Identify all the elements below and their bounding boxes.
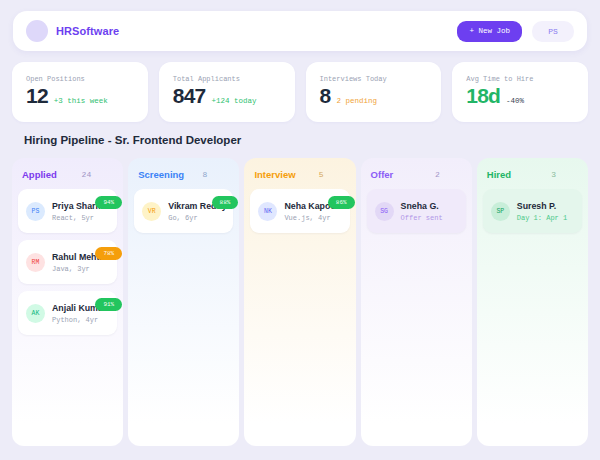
column-header: Hired 3	[477, 158, 588, 189]
candidate-info: Sneha G. Offer sent	[401, 201, 443, 222]
candidate-avatar: RM	[26, 253, 45, 272]
column-cards: SP Suresh P. Day 1: Apr 1	[477, 189, 588, 233]
stat-card: Total Applicants 847 +124 today	[159, 62, 295, 122]
candidate-avatar: PS	[26, 202, 45, 221]
candidate-info: Suresh P. Day 1: Apr 1	[517, 201, 567, 222]
candidate-card[interactable]: AK Anjali Kumar Python, 4yr 91%	[18, 291, 117, 335]
stat-label: Open Positions	[26, 75, 134, 83]
candidate-subtitle: Python, 4yr	[52, 316, 106, 324]
column-header: Offer 2	[361, 158, 472, 189]
stat-card: Open Positions 12 +3 this week	[12, 62, 148, 122]
stats-row: Open Positions 12 +3 this week Total App…	[12, 62, 588, 122]
pipeline-column-interview: Interview 5 NK Neha Kapoor Vue.js, 4yr 8…	[244, 158, 355, 446]
column-header: Applied 24	[12, 158, 123, 189]
column-cards: NK Neha Kapoor Vue.js, 4yr 86%	[244, 189, 355, 233]
column-count: 8	[203, 170, 208, 179]
candidate-subtitle: Go, 6yr	[168, 214, 225, 222]
stat-value: 12	[26, 84, 48, 108]
match-score-badge: 91%	[95, 298, 122, 311]
column-count: 24	[82, 170, 92, 179]
stat-label: Total Applicants	[173, 75, 281, 83]
candidate-avatar: SP	[491, 202, 510, 221]
pipeline-column-screening: Screening 8 VR Vikram Reddy Go, 6yr 88%	[128, 158, 239, 446]
brand-logo-icon	[26, 20, 48, 42]
stat-delta: +3 this week	[54, 97, 108, 105]
brand-name: HRSoftware	[56, 25, 119, 37]
candidate-avatar: AK	[26, 304, 45, 323]
column-count: 3	[551, 170, 556, 179]
candidate-card[interactable]: SG Sneha G. Offer sent	[367, 189, 466, 233]
column-header: Screening 8	[128, 158, 239, 189]
brand: HRSoftware	[26, 20, 119, 42]
new-job-button[interactable]: + New Job	[457, 21, 522, 42]
candidate-card[interactable]: PS Priya Sharma React, 5yr 94%	[18, 189, 117, 233]
column-cards: VR Vikram Reddy Go, 6yr 88%	[128, 189, 239, 233]
match-score-badge: 88%	[212, 196, 239, 209]
pipeline-column-offer: Offer 2 SG Sneha G. Offer sent	[361, 158, 472, 446]
stat-card: Avg Time to Hire 18d -40%	[452, 62, 588, 122]
stat-card: Interviews Today 8 2 pending	[306, 62, 442, 122]
candidate-avatar: NK	[258, 202, 277, 221]
candidate-card[interactable]: VR Vikram Reddy Go, 6yr 88%	[134, 189, 233, 233]
column-title: Hired	[487, 169, 511, 180]
candidate-card[interactable]: NK Neha Kapoor Vue.js, 4yr 86%	[250, 189, 349, 233]
column-title: Offer	[371, 169, 394, 180]
pipeline-column-applied: Applied 24 PS Priya Sharma React, 5yr 94…	[12, 158, 123, 446]
top-bar: HRSoftware + New Job PS	[13, 11, 587, 51]
stat-delta: +124 today	[211, 97, 256, 105]
candidate-subtitle: Java, 3yr	[52, 265, 104, 273]
pipeline-column-hired: Hired 3 SP Suresh P. Day 1: Apr 1	[477, 158, 588, 446]
candidate-card[interactable]: SP Suresh P. Day 1: Apr 1	[483, 189, 582, 233]
candidate-subtitle: React, 5yr	[52, 214, 108, 222]
candidate-subtitle: Day 1: Apr 1	[517, 214, 567, 222]
stat-value: 8	[320, 84, 331, 108]
candidate-avatar: VR	[142, 202, 161, 221]
user-avatar[interactable]: PS	[532, 21, 574, 42]
column-title: Screening	[138, 169, 184, 180]
stat-label: Avg Time to Hire	[466, 75, 574, 83]
match-score-badge: 86%	[328, 196, 355, 209]
column-header: Interview 5	[244, 158, 355, 189]
stat-delta: -40%	[506, 97, 524, 105]
column-cards: PS Priya Sharma React, 5yr 94% RM Rahul …	[12, 189, 123, 335]
hr-dashboard: HRSoftware + New Job PS Open Positions 1…	[0, 0, 600, 460]
candidate-card[interactable]: RM Rahul Mehta Java, 3yr 78%	[18, 240, 117, 284]
stat-delta: 2 pending	[336, 97, 377, 105]
match-score-badge: 94%	[95, 196, 122, 209]
page-title: Hiring Pipeline - Sr. Frontend Developer	[24, 134, 241, 146]
stat-value: 18d	[466, 84, 500, 108]
candidate-subtitle: Vue.js, 4yr	[284, 214, 339, 222]
stat-label: Interviews Today	[320, 75, 428, 83]
candidate-name: Sneha G.	[401, 201, 443, 211]
column-title: Applied	[22, 169, 57, 180]
match-score-badge: 78%	[95, 247, 122, 260]
column-title: Interview	[254, 169, 295, 180]
column-count: 2	[435, 170, 440, 179]
column-cards: SG Sneha G. Offer sent	[361, 189, 472, 233]
topbar-actions: + New Job PS	[457, 21, 574, 42]
stat-value: 847	[173, 84, 206, 108]
column-count: 5	[319, 170, 324, 179]
candidate-avatar: SG	[375, 202, 394, 221]
kanban-board: Applied 24 PS Priya Sharma React, 5yr 94…	[12, 158, 588, 446]
candidate-subtitle: Offer sent	[401, 214, 443, 222]
candidate-name: Suresh P.	[517, 201, 567, 211]
